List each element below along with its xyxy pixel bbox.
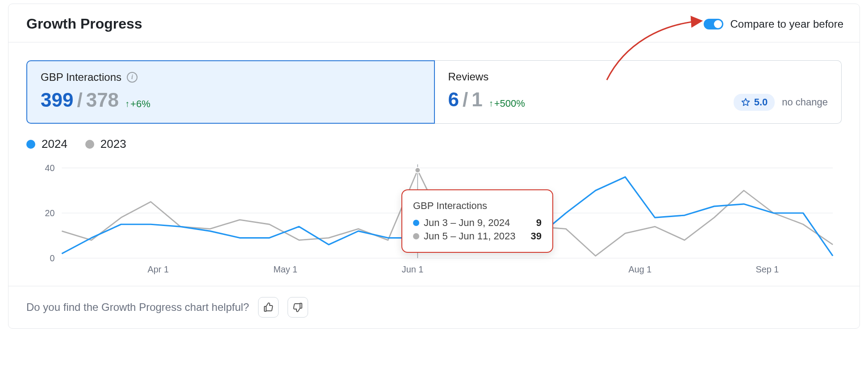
chart-legend: 2024 2023 [8,124,860,151]
tooltip-row2-label: Jun 5 – Jun 11, 2023 [424,230,516,242]
svg-text:Jun 1: Jun 1 [402,264,424,274]
svg-text:May 1: May 1 [273,264,297,274]
star-icon [741,97,751,107]
legend-swatch-prev [85,140,94,149]
panel-header: Growth Progress Compare to year before [8,4,860,42]
gbp-value-prev: 378 [86,89,119,111]
arrow-up-icon: ↑ [489,98,493,109]
tooltip-row2-value: 39 [531,230,542,242]
growth-progress-panel: Growth Progress Compare to year before G… [8,4,860,329]
chart-tooltip: GBP Interactions Jun 3 – Jun 9, 2024 9 J… [401,189,553,253]
legend-item-current: 2024 [26,137,67,151]
legend-label-prev: 2023 [100,137,126,151]
tooltip-dot-2023 [413,233,419,239]
legend-label-current: 2024 [42,137,67,151]
reviews-values: 6 / 1 ↑+500% [448,88,525,111]
tooltip-dot-2024 [413,220,419,226]
rating-chip: 5.0 [734,94,775,111]
legend-swatch-current [26,140,35,149]
panel-title: Growth Progress [26,16,142,32]
thumbs-up-button[interactable] [258,297,279,318]
reviews-value-prev: 1 [472,88,482,111]
reviews-card-title: Reviews [448,71,489,83]
svg-text:0: 0 [50,253,54,263]
rating-value: 5.0 [754,96,768,108]
svg-point-12 [415,167,420,173]
tooltip-title: GBP Interactions [413,200,542,212]
rating-change: no change [782,96,828,108]
compare-toggle-label: Compare to year before [730,18,843,30]
legend-item-prev: 2023 [85,137,126,151]
rating-block: 5.0 no change [734,94,828,111]
compare-toggle-row: Compare to year before [704,18,843,30]
svg-text:20: 20 [45,208,54,218]
svg-text:40: 40 [45,163,54,173]
feedback-footer: Do you find the Growth Progress chart he… [8,286,860,328]
svg-text:Aug 1: Aug 1 [629,264,652,274]
feedback-question: Do you find the Growth Progress chart he… [26,301,249,314]
svg-text:Apr 1: Apr 1 [148,264,169,274]
reviews-delta: ↑+500% [489,98,525,109]
gbp-delta: ↑+6% [125,98,150,110]
gbp-value-current: 399 [41,89,73,111]
reviews-value-current: 6 [448,88,459,111]
thumbs-down-icon [292,302,303,313]
tab-gbp-interactions[interactable]: GBP Interactions i 399 / 378 ↑+6% [26,60,435,124]
tooltip-row1-value: 9 [536,217,542,229]
arrow-up-icon: ↑ [125,99,129,109]
metric-cards-row: GBP Interactions i 399 / 378 ↑+6% Review… [8,42,860,124]
svg-text:Sep 1: Sep 1 [755,264,779,274]
gbp-values: 399 / 378 ↑+6% [41,89,421,111]
info-icon[interactable]: i [127,72,138,83]
compare-toggle[interactable] [704,19,723,29]
thumbs-up-icon [263,302,274,313]
tooltip-row1-label: Jun 3 – Jun 9, 2024 [424,217,510,229]
tab-reviews[interactable]: Reviews 6 / 1 ↑+500% [435,60,842,124]
thumbs-down-button[interactable] [288,297,308,318]
chart-area[interactable]: 02040Apr 1May 1Jun 1Aug 1Sep 1 GBP Inter… [8,151,860,276]
gbp-card-title: GBP Interactions [41,71,121,84]
